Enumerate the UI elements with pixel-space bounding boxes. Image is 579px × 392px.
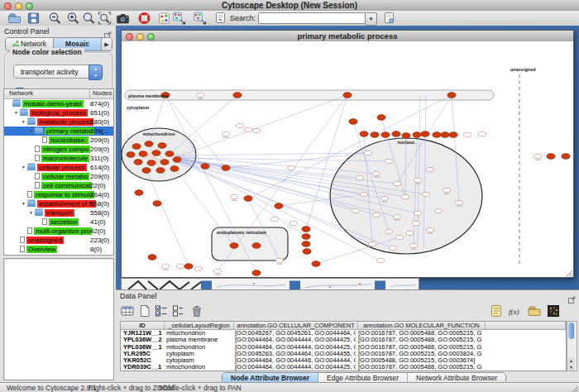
save-session-icon[interactable] <box>26 12 41 25</box>
tree-expander-icon[interactable]: ▼ <box>29 128 35 133</box>
new-network-selected-edges-icon[interactable] <box>193 12 207 25</box>
tree-expander-icon[interactable]: ▼ <box>22 201 27 206</box>
zoom-in-icon[interactable] <box>66 12 80 25</box>
node-unselected[interactable] <box>360 192 367 196</box>
node-unselected[interactable] <box>478 131 486 136</box>
node-selected[interactable] <box>343 93 352 98</box>
table-row-ypl036w__1[interactable]: YPL036W__1mitochondrion[GO:0044464, GO:0… <box>121 344 566 351</box>
node-selected[interactable] <box>252 243 261 249</box>
table-scrollbar[interactable]: ▲▼ <box>567 321 577 371</box>
minimize-window-button[interactable] <box>15 2 22 10</box>
snapshot-icon[interactable] <box>116 12 130 25</box>
node-unselected[interactable] <box>426 227 433 232</box>
node-unselected[interactable] <box>352 208 359 213</box>
new-network-selection-icon[interactable] <box>172 12 186 25</box>
node-unselected[interactable] <box>252 128 260 132</box>
tree-item-cell-communicat[interactable]: cell communicat22(0) <box>4 181 113 190</box>
tree-item-primary-metabo[interactable]: ▼primary metabo209(... <box>4 127 113 136</box>
node-unselected[interactable] <box>534 154 541 158</box>
node-selected[interactable] <box>381 132 390 138</box>
node-selected[interactable] <box>152 151 160 156</box>
tree-expander-icon[interactable]: ▼ <box>14 110 20 115</box>
attribute-table[interactable]: ID_cellularLayoutRegionannotation.GO CEL… <box>120 321 567 371</box>
node-unselected[interactable] <box>434 208 442 213</box>
node-selected[interactable] <box>421 131 429 137</box>
node-unselected[interactable] <box>393 181 400 185</box>
node-unselected[interactable] <box>376 258 384 262</box>
node-selected[interactable] <box>127 152 135 158</box>
node-selected[interactable] <box>222 165 230 171</box>
tree-item-metabolic-process[interactable]: ▼metabolic process280(0) <box>4 117 113 127</box>
tree-item-biological-process[interactable]: ▼biological_process651(0) <box>4 108 113 117</box>
node-unselected[interactable] <box>409 243 417 247</box>
column-header--cellularlayoutregion[interactable]: _cellularLayoutRegion <box>165 322 234 329</box>
node-selected[interactable] <box>303 249 311 255</box>
node-unselected[interactable] <box>372 213 380 217</box>
tree-item-nitrogen-compo[interactable]: nitrogen compo209(0) <box>4 145 113 154</box>
node-selected[interactable] <box>156 168 165 174</box>
node-unselected[interactable] <box>230 194 237 198</box>
node-unselected[interactable] <box>161 264 169 268</box>
node-unselected[interactable] <box>412 221 419 225</box>
node-selected[interactable] <box>184 264 193 270</box>
app-resize-grip[interactable] <box>571 385 578 392</box>
node-selected[interactable] <box>433 132 441 138</box>
node-selected[interactable] <box>158 143 166 149</box>
node-unselected[interactable] <box>426 167 433 171</box>
node-selected[interactable] <box>547 154 555 160</box>
node-selected[interactable] <box>135 190 143 196</box>
table-row-ykr052c[interactable]: YKR052Ccytoplasm[GO:0044464, GO:0044446,… <box>121 357 566 364</box>
attribute-table-header[interactable]: ID_cellularLayoutRegionannotation.GO CEL… <box>121 322 566 330</box>
table-row-yjr121w__1[interactable]: YJR121W__1mitochondrion[GO:0045267, GO:0… <box>121 330 566 337</box>
annotations-icon[interactable] <box>213 12 227 25</box>
node-selected[interactable] <box>165 151 174 157</box>
node-selected[interactable] <box>302 234 310 240</box>
node-selected[interactable] <box>173 157 181 163</box>
search-input[interactable] <box>258 12 366 24</box>
tree-item-nucleobase-[interactable]: nucleobase-209(0) <box>4 136 113 145</box>
node-unselected[interactable] <box>401 194 409 198</box>
node-unselected[interactable] <box>385 159 392 163</box>
node-unselected[interactable] <box>194 266 202 270</box>
node-unselected[interactable] <box>356 175 363 179</box>
tree-item-overview[interactable]: Overview8(0) <box>4 245 113 254</box>
unselect-all-attributes-icon[interactable] <box>172 304 185 318</box>
open-session-icon[interactable] <box>7 12 22 25</box>
zoom-out-icon[interactable] <box>48 12 62 25</box>
node-unselected[interactable] <box>372 171 380 175</box>
tree-item-establishment-of-lo[interactable]: ▼establishment of lo558(0) <box>4 199 113 208</box>
background-window-sliver[interactable] <box>121 278 419 289</box>
tree-item-transport[interactable]: ▼transport558(0) <box>4 208 113 218</box>
node-selected[interactable] <box>201 164 209 170</box>
node-selected[interactable] <box>244 196 252 202</box>
column-header-id[interactable]: ID <box>121 322 165 329</box>
node-unselected[interactable] <box>455 200 462 204</box>
notes-icon[interactable] <box>490 304 503 318</box>
node-unselected[interactable] <box>443 188 450 192</box>
node-unselected[interactable] <box>395 235 403 239</box>
create-attribute-icon[interactable] <box>138 304 151 318</box>
node-selected[interactable] <box>360 131 368 137</box>
formula-builder-icon[interactable]: f(x) <box>508 304 521 318</box>
node-unselected[interactable] <box>385 229 392 233</box>
select-all-attributes-icon[interactable] <box>155 304 168 318</box>
node-unselected[interactable] <box>236 123 243 127</box>
node-unselected[interactable] <box>287 165 294 170</box>
float-panel-icon[interactable] <box>104 27 112 35</box>
node-selected[interactable] <box>142 168 151 174</box>
vizmapper-icon[interactable] <box>157 12 171 25</box>
attribute-table-icon[interactable] <box>121 304 134 318</box>
tree-expander-icon[interactable]: ▼ <box>29 210 35 215</box>
column-header-annotation-go-cellular-component[interactable]: annotation.GO CELLULAR_COMPONENT <box>234 322 358 329</box>
tree-expander-icon[interactable]: ▼ <box>22 119 27 124</box>
tree-expander-icon[interactable]: ▼ <box>22 165 27 170</box>
tree-col-nodes[interactable]: Nodes <box>89 89 112 98</box>
node-unselected[interactable] <box>389 246 396 250</box>
net-minimize-button[interactable] <box>136 33 144 41</box>
tree-col-network[interactable]: Network <box>9 89 33 97</box>
node-unselected[interactable] <box>393 214 400 218</box>
node-unselected[interactable] <box>176 264 184 268</box>
node-unselected[interactable] <box>196 93 203 97</box>
birdseye-view-panel[interactable] <box>3 258 114 380</box>
tree-item-mosaic-demo-yeast[interactable]: mosaic-demo-yeast874(0) <box>4 99 113 108</box>
